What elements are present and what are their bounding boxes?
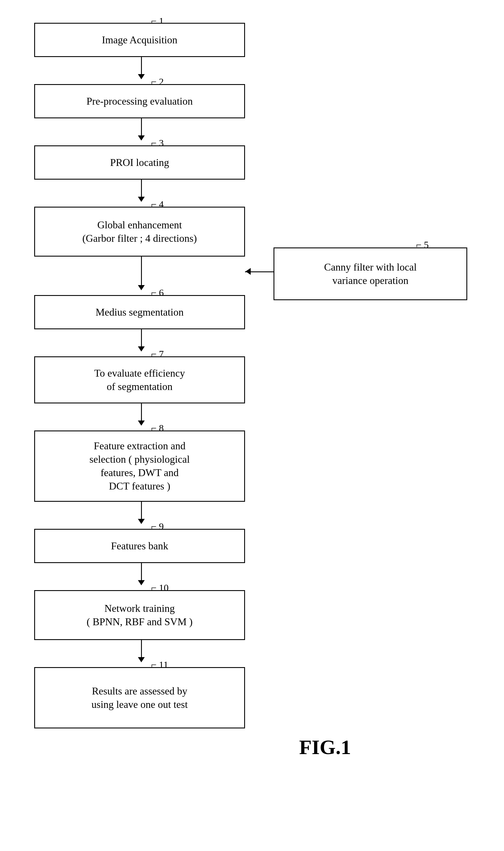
box-3: PROI locating <box>34 145 245 179</box>
box-7: To evaluate efficiency of segmentation <box>34 357 245 403</box>
box-4: Global enhancement (Garbor filter ; 4 di… <box>34 207 245 257</box>
arrow-head-5 <box>246 268 251 275</box>
arrow-6-7 <box>138 329 145 351</box>
arrow-10-11 <box>138 640 145 662</box>
arrow-4-6 <box>138 257 145 290</box>
box-6: Medius segmentation <box>34 295 245 329</box>
arrow-7-8 <box>138 403 145 426</box>
box-8: Feature extraction and selection ( physi… <box>34 431 245 502</box>
arrow-3-4 <box>138 179 145 202</box>
arrow-9-10 <box>138 563 145 585</box>
diagram-container: ⌐ 1 Image Acquisition ⌐ 2 Pre-processing… <box>0 0 504 851</box>
box-5: Canny filter with local variance operati… <box>273 247 467 300</box>
box-10: Network training ( BPNN, RBF and SVM ) <box>34 590 245 640</box>
arrow-2-3 <box>138 118 145 141</box>
arrow-8-9 <box>138 502 145 524</box>
arrow-1-2 <box>138 57 145 79</box>
fig-label: FIG.1 <box>299 735 351 759</box>
box-9: Features bank <box>34 529 245 563</box>
box-1: Image Acquisition <box>34 23 245 57</box>
box-11: Results are assessed by using leave one … <box>34 667 245 728</box>
box-2: Pre-processing evaluation <box>34 84 245 118</box>
